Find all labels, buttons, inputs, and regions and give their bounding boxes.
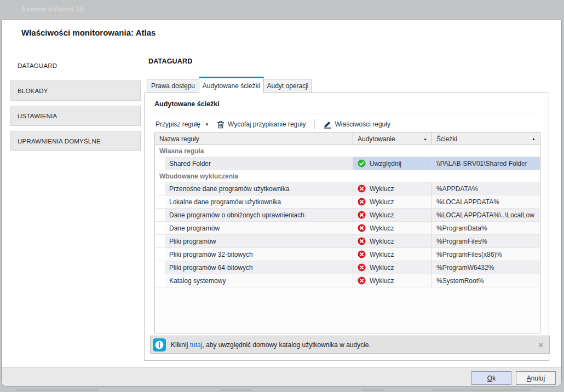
rule-name-cell: Pliki programów 32-bitowych — [165, 248, 353, 261]
audit-cell: Uwzględnij — [353, 157, 432, 170]
path-cell: %ProgramFiles(x86)% — [432, 248, 540, 261]
sidebar-item-uprawnienia-domyslne[interactable]: UPRAWNIENIA DOMYŚLNE — [10, 131, 141, 151]
table-header-row: Nazwa regułyAudytowanie▲Ścieżki▲ — [155, 133, 540, 145]
row-indent — [155, 209, 165, 221]
rule-name-cell: Przenośne dane programów użytkownika — [165, 182, 353, 195]
row-indent — [155, 274, 165, 287]
audit-cell: Wyklucz — [353, 248, 432, 261]
table-row-shared-folder[interactable]: Shared FolderUwzględnij\\PALAB-SRV01\Sha… — [155, 157, 540, 170]
section-divider — [154, 113, 540, 113]
table-row-katalog-systemowy[interactable]: Katalog systemowyWyklucz%SystemRoot% — [155, 274, 540, 287]
audit-cell: Wyklucz — [353, 209, 432, 221]
info-text: Kliknij tutaj, aby uwzględnić domowy kat… — [171, 341, 371, 349]
rule-properties-button[interactable]: Właściwości reguły — [322, 120, 392, 129]
sidebar-item-label: DATAGUARD — [18, 62, 57, 69]
exclude-cross-icon — [358, 250, 366, 258]
background-window-artifact — [219, 389, 252, 391]
tab-label: Audytowane ścieżki — [203, 82, 260, 90]
audit-label: Wyklucz — [370, 198, 394, 206]
audit-cell: Wyklucz — [353, 235, 432, 247]
content-heading: DATAGUARD — [148, 57, 193, 65]
info-icon — [153, 338, 166, 351]
path-cell: %SystemRoot% — [432, 274, 540, 287]
rule-name-cell: Dane programów o obniżonych uprawnieniac… — [165, 209, 353, 221]
row-indent — [155, 248, 165, 261]
table-row-pliki-programow-64-bitowych[interactable]: Pliki programów 64-bitowychWyklucz%Progr… — [155, 261, 540, 274]
dialog-footer: Ok Anuluj — [2, 367, 561, 386]
column-header-nazwa-reguly[interactable]: Nazwa reguły — [155, 133, 353, 145]
tab-label: Prawa dostępu — [151, 82, 195, 90]
row-indent — [155, 195, 165, 208]
table-row-lokalne-dane-programow-uzytkownika[interactable]: Lokalne dane programów użytkownikaWykluc… — [155, 195, 540, 209]
revoke-rule-button[interactable]: Wycofaj przypisanie reguły — [216, 120, 307, 129]
rule-properties-label: Właściwości reguły — [335, 120, 390, 128]
row-indent — [155, 222, 165, 234]
path-cell: %LOCALAPPDATA% — [432, 195, 540, 208]
sidebar-item-ustawienia[interactable]: USTAWIENIA — [10, 106, 141, 126]
pencil-icon — [323, 120, 332, 129]
chevron-down-icon: ▼ — [205, 122, 209, 127]
background-window-artifact — [433, 389, 531, 391]
audit-cell: Wyklucz — [353, 182, 432, 195]
group-row-wbudowane-wykluczenia[interactable]: Wbudowane wykluczenia — [155, 170, 540, 182]
background-window-artifact — [16, 389, 99, 391]
revoke-rule-label: Wycofaj przypisanie reguły — [228, 120, 306, 128]
path-cell: %ProgramFiles% — [432, 235, 540, 247]
rule-name-cell: Pliki programów — [165, 235, 353, 247]
column-header-sciezki[interactable]: Ścieżki▲ — [432, 133, 540, 145]
close-icon[interactable]: × — [538, 341, 543, 349]
audit-label: Wyklucz — [370, 185, 394, 193]
rule-name-cell: Shared Folder — [165, 157, 353, 170]
trash-icon — [217, 120, 225, 129]
audit-label: Wyklucz — [370, 211, 394, 219]
path-cell: %LOCALAPPDATA%\..\LocalLow — [432, 209, 540, 221]
tab-audyt-operacji[interactable]: Audyt operacji — [263, 79, 312, 93]
sidebar-item-blokady[interactable]: BLOKADY — [10, 80, 141, 101]
rule-name-cell: Katalog systemowy — [165, 274, 353, 287]
rule-name-cell: Dane programów — [165, 222, 353, 234]
dialog-title: Właściwości monitorowania: Atlas — [21, 28, 156, 37]
row-indent — [155, 235, 165, 247]
audit-cell: Wyklucz — [353, 274, 432, 287]
audit-label: Wyklucz — [370, 224, 394, 232]
background-window-artifact — [361, 389, 383, 391]
table-row-pliki-programow-32-bitowych[interactable]: Pliki programów 32-bitowychWyklucz%Progr… — [155, 248, 540, 261]
ok-button[interactable]: Ok — [471, 371, 511, 385]
audit-label: Wyklucz — [370, 277, 394, 285]
exclude-cross-icon — [358, 198, 366, 206]
tab-audytowane-sciezki[interactable]: Audytowane ścieżki — [199, 77, 264, 93]
info-bar: Kliknij tutaj, aby uwzględnić domowy kat… — [150, 336, 550, 354]
exclude-cross-icon — [358, 185, 366, 193]
info-link[interactable]: tutaj — [190, 341, 203, 349]
row-indent — [155, 157, 165, 170]
cancel-button[interactable]: Anuluj — [516, 371, 556, 385]
table-row-dane-programow[interactable]: Dane programówWyklucz%ProgramData% — [155, 222, 540, 235]
sidebar-item-label: UPRAWNIENIA DOMYŚLNE — [18, 138, 101, 145]
row-indent — [155, 261, 165, 274]
assign-rule-label: Przypisz regułę — [156, 120, 200, 128]
sort-asc-icon: ▲ — [532, 137, 536, 141]
toolbar: Przypisz regułę ▼ Wycofaj przypisanie re… — [154, 117, 392, 131]
assign-rule-button[interactable]: Przypisz regułę ▼ — [154, 120, 210, 128]
background-window-title: Axence nVision 15 — [21, 5, 84, 13]
table-row-pliki-programow[interactable]: Pliki programówWyklucz%ProgramFiles% — [155, 235, 540, 248]
sort-asc-icon: ▲ — [423, 137, 427, 141]
tab-prawa-dostepu[interactable]: Prawa dostępu — [147, 79, 199, 93]
section-title: Audytowane ścieżki — [154, 100, 220, 108]
rule-name-cell: Lokalne dane programów użytkownika — [165, 195, 353, 208]
column-header-label: Ścieżki — [436, 135, 457, 143]
sidebar-item-dataguard[interactable]: DATAGUARD — [10, 55, 141, 76]
exclude-cross-icon — [358, 263, 366, 272]
table-row-dane-programow-o-obnizonych-uprawnieniach[interactable]: Dane programów o obniżonych uprawnieniac… — [155, 209, 540, 222]
group-row-wlasna-regula[interactable]: Własna reguła — [155, 145, 540, 157]
path-cell: %APPDATA% — [432, 182, 540, 195]
path-cell: %ProgramW6432% — [432, 261, 540, 274]
path-cell: \\PALAB-SRV01\Shared Folder — [432, 157, 540, 170]
monitoring-properties-dialog: Właściwości monitorowania: Atlas DATAGUA… — [1, 20, 562, 387]
column-header-audytowanie[interactable]: Audytowanie▲ — [353, 133, 432, 145]
audit-label: Wyklucz — [370, 238, 394, 245]
table-row-przenosne-dane-programow-uzytkownika[interactable]: Przenośne dane programów użytkownikaWykl… — [155, 182, 540, 195]
exclude-cross-icon — [358, 224, 366, 232]
column-header-label: Nazwa reguły — [159, 135, 199, 143]
audited-paths-panel: Audytowane ścieżki Przypisz regułę ▼ Wyc… — [144, 93, 549, 361]
